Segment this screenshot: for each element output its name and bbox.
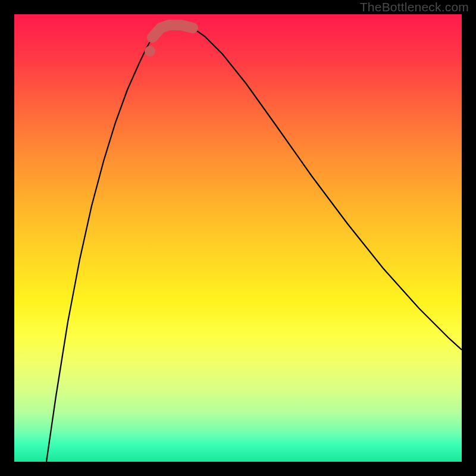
right-curve-path [193, 28, 462, 350]
marker-segment-path [152, 25, 193, 37]
chart-svg [14, 14, 462, 462]
left-curve-path [46, 28, 161, 462]
watermark-text: TheBottleneck.com [360, 0, 469, 14]
chart-area [14, 14, 462, 462]
marker-dot [145, 46, 155, 57]
